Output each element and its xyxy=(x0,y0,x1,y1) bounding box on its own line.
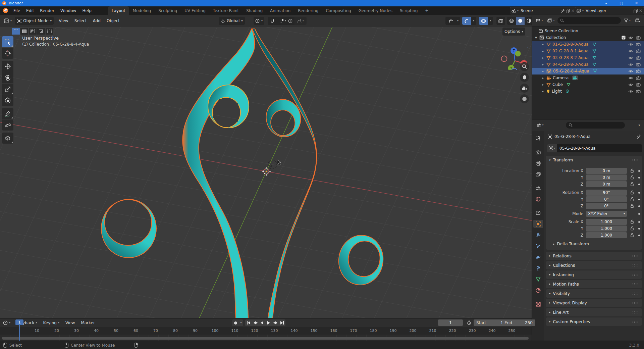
tool-annotate[interactable] xyxy=(2,108,13,119)
pan-button[interactable] xyxy=(520,73,529,82)
transform-orientation-dropdown[interactable]: Global ▾ xyxy=(219,17,245,25)
delta-transform-subpanel[interactable]: ▸ Delta Transform xyxy=(546,241,644,247)
snap-toggle[interactable] xyxy=(268,17,276,25)
options-dropdown[interactable]: Options ▾ xyxy=(502,28,525,36)
scale-z-field[interactable]: 1.000 xyxy=(586,232,627,238)
lock-icon[interactable] xyxy=(630,204,634,208)
lock-icon[interactable] xyxy=(630,168,634,173)
location-x-field[interactable]: 0 m xyxy=(586,168,627,174)
outliner-row-object-05-active[interactable]: ▸ 05-G-28-8-4-Aqua xyxy=(532,68,644,74)
prev-keyframe-button[interactable] xyxy=(252,319,259,326)
select-mode-invert-button[interactable] xyxy=(37,28,45,35)
disclosure-icon[interactable]: ▼ xyxy=(534,36,538,39)
playhead-line[interactable] xyxy=(19,325,20,341)
maximize-button[interactable]: ▢ xyxy=(614,0,629,6)
panel-grip[interactable] xyxy=(632,264,639,267)
outliner-filter-mode-dropdown[interactable]: ▾ xyxy=(546,18,556,22)
tab-rendering[interactable]: Rendering xyxy=(294,6,322,15)
editor-divider-horizontal[interactable] xyxy=(532,119,644,119)
tool-transform[interactable] xyxy=(2,95,13,106)
shading-wireframe-button[interactable] xyxy=(507,17,516,25)
select-mode-extend-button[interactable] xyxy=(20,28,28,35)
animate-dot[interactable] xyxy=(638,192,640,194)
tab-particles[interactable] xyxy=(533,242,543,250)
animate-dot[interactable] xyxy=(638,213,640,215)
animate-dot[interactable] xyxy=(638,205,640,207)
select-mode-intersect-button[interactable] xyxy=(46,28,53,35)
disclosure-icon[interactable]: ▸ xyxy=(541,43,545,46)
panel-custom-properties[interactable]: ▸Custom Properties xyxy=(546,317,642,326)
editor-type-button[interactable]: ▾ xyxy=(2,17,14,25)
outliner-row-cube[interactable]: ▸ Cube xyxy=(532,81,644,88)
tab-modifiers[interactable] xyxy=(533,231,543,239)
lock-icon[interactable] xyxy=(630,219,634,224)
tab-world[interactable] xyxy=(533,195,543,203)
tool-scale[interactable] xyxy=(2,84,13,95)
eye-icon[interactable] xyxy=(628,56,633,60)
pin-icon[interactable] xyxy=(637,134,641,139)
location-y-field[interactable]: 0 m xyxy=(586,174,627,181)
menu-window[interactable]: Window xyxy=(57,6,79,15)
object-name-input[interactable]: 05-G-28-8-4-Aqua xyxy=(557,144,642,152)
animate-dot[interactable] xyxy=(638,184,640,185)
render-visibility-icon[interactable] xyxy=(636,69,641,73)
new-collection-button[interactable] xyxy=(634,18,642,23)
animate-dot[interactable] xyxy=(638,177,640,179)
outliner-search-input[interactable] xyxy=(557,17,621,24)
rotation-y-field[interactable]: 0° xyxy=(586,196,627,202)
timeline-editor-type-button[interactable]: ▾ xyxy=(0,320,13,325)
auto-key-dropdown[interactable]: ▾ xyxy=(239,319,243,326)
render-visibility-icon[interactable] xyxy=(636,89,641,93)
frame-start-field[interactable]: Start 1 xyxy=(474,319,506,326)
panel-collections[interactable]: ▸Collections xyxy=(546,261,642,269)
timeline-ruler[interactable]: 1020304050607080901001101201301401501601… xyxy=(0,327,532,335)
menu-view[interactable]: View xyxy=(62,320,78,325)
properties-search-input[interactable] xyxy=(566,122,625,129)
tool-add-primitive[interactable] xyxy=(2,133,13,144)
jump-to-end-button[interactable] xyxy=(279,319,285,326)
tab-view-layer[interactable] xyxy=(533,170,543,178)
mesh-ribbon-left[interactable] xyxy=(182,29,255,318)
scene-selector[interactable]: ▾ Scene ✕ xyxy=(510,7,576,14)
select-mode-new-button[interactable] xyxy=(12,28,20,35)
new-viewlayer-icon[interactable] xyxy=(634,9,638,13)
animate-dot[interactable] xyxy=(638,170,640,172)
tool-measure[interactable] xyxy=(2,119,13,131)
camera-view-button[interactable] xyxy=(520,84,529,93)
viewlayer-selector[interactable]: ▾ ViewLayer ✕ xyxy=(575,7,644,14)
menu-object[interactable]: Object xyxy=(104,18,123,23)
menu-edit[interactable]: Edit xyxy=(23,6,37,15)
viewport-canvas[interactable]: Options ▾ User Perspective (1) Collectio… xyxy=(0,27,532,318)
panel-line-art[interactable]: ▸Line Art xyxy=(546,308,642,316)
visibility-dropdown[interactable]: ▾ xyxy=(445,17,460,25)
disclosure-icon[interactable]: ▸ xyxy=(541,83,545,86)
mesh-ring-right[interactable] xyxy=(335,233,386,288)
eye-icon[interactable] xyxy=(628,63,633,66)
disclosure-icon[interactable]: ▸ xyxy=(541,90,545,93)
tool-move[interactable] xyxy=(2,61,13,72)
rotation-x-field[interactable]: 90° xyxy=(586,190,627,196)
menu-file[interactable]: File xyxy=(10,6,23,15)
tab-compositing[interactable]: Compositing xyxy=(322,6,355,15)
current-frame-indicator[interactable]: 1 xyxy=(15,319,23,325)
menu-keying[interactable]: Keying ▾ xyxy=(40,320,62,325)
scale-x-field[interactable]: 1.000 xyxy=(586,219,627,225)
panel-grip[interactable] xyxy=(632,255,639,257)
eye-icon[interactable] xyxy=(628,90,633,93)
panel-grip[interactable] xyxy=(632,302,639,304)
panel-relations[interactable]: ▸Relations xyxy=(546,252,642,260)
tab-render[interactable] xyxy=(533,148,543,156)
panel-grip[interactable] xyxy=(632,292,639,295)
lock-icon[interactable] xyxy=(630,182,634,186)
menu-add[interactable]: Add xyxy=(90,18,104,23)
render-visibility-icon[interactable] xyxy=(636,76,641,80)
outliner-row-camera[interactable]: ▸ Camera xyxy=(532,74,644,81)
outliner-display-mode-dropdown[interactable]: ▾ xyxy=(534,18,545,22)
gizmo-x-neg-axis[interactable] xyxy=(501,56,507,62)
lock-icon[interactable] xyxy=(630,197,634,201)
tool-rotate[interactable] xyxy=(2,72,13,83)
eye-icon[interactable] xyxy=(628,76,633,80)
tab-constraints[interactable] xyxy=(533,264,543,272)
jump-to-start-button[interactable] xyxy=(245,319,252,326)
gizmo-dropdown[interactable]: ▾ xyxy=(471,17,476,25)
